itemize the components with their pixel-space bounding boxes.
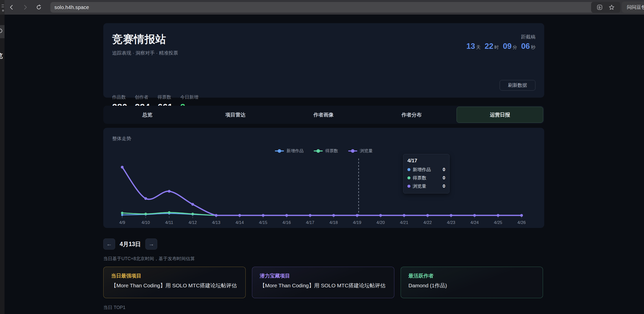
x-axis-label: 4/20 — [376, 220, 385, 225]
data-point-浏览量[interactable] — [262, 214, 265, 217]
tooltip-row: 浏览量 0 — [407, 183, 445, 189]
data-point-得票数[interactable] — [191, 213, 194, 215]
card-text: 【More Than Coding】用 SOLO MTC搭建论坛帖评估 — [260, 282, 385, 289]
data-point-浏览量[interactable] — [403, 214, 405, 217]
countdown-hours-unit: 时 — [494, 44, 499, 50]
countdown-minutes-unit: 分 — [513, 44, 517, 50]
x-axis-label: 4/14 — [236, 220, 244, 225]
tooltip-label: 得票数 — [413, 175, 443, 181]
x-axis-label: 4/10 — [142, 220, 150, 225]
assistant-label: 问问豆包 — [627, 4, 644, 11]
countdown-hours: 22 — [485, 42, 493, 51]
data-point-浏览量[interactable] — [426, 214, 429, 217]
data-point-浏览量[interactable] — [356, 214, 359, 217]
tab-overview[interactable]: 总览 — [104, 107, 190, 123]
stat-label: 创作者 — [135, 94, 150, 100]
assistant-button[interactable]: 问问豆包 — [622, 2, 644, 13]
legend-marker — [314, 149, 323, 153]
x-axis-label: 4/23 — [447, 220, 455, 225]
x-axis-label: 4/15 — [259, 220, 267, 225]
tooltip-value: 0 — [443, 175, 445, 181]
chart-tooltip: 4/17 新增作品 0 得票数 0 浏览量 0 — [403, 154, 449, 193]
x-axis-label: 4/13 — [212, 220, 220, 225]
reading-list-icon[interactable] — [596, 4, 603, 11]
card-tag: 潜力宝藏项目 — [260, 272, 290, 279]
x-axis-label: 4/18 — [330, 220, 338, 225]
legend-marker — [275, 149, 284, 153]
data-point-得票数[interactable] — [121, 212, 123, 214]
browser-back-button[interactable] — [7, 2, 17, 12]
background-window-strip: 览 — [0, 15, 5, 314]
data-point-浏览量[interactable] — [520, 214, 523, 217]
url-text: solo.h4h.space — [54, 5, 89, 10]
data-point-浏览量[interactable] — [450, 214, 453, 217]
tab-author-distribution[interactable]: 作者分布 — [369, 107, 455, 123]
browser-toolbar-group — [591, 2, 620, 13]
page-title: 竞赛情报站 — [112, 32, 166, 46]
series-dot-icon — [407, 176, 410, 179]
day-navigation: ← 4月13日 → — [103, 239, 157, 250]
browser-chrome: solo.h4h.space 问问豆包 — [0, 0, 644, 15]
data-point-得票数[interactable] — [168, 211, 170, 214]
countdown-seconds: 06 — [521, 42, 530, 51]
countdown-seconds-unit: 秒 — [531, 44, 535, 50]
chevron-left-icon — [9, 5, 14, 10]
data-point-得票数[interactable] — [144, 213, 147, 215]
card-most-active-author[interactable]: 最活跃作者 Damond (1作品) — [401, 267, 543, 298]
countdown-days: 13 — [466, 42, 475, 51]
series-dot-icon — [407, 185, 410, 188]
data-point-浏览量[interactable] — [473, 214, 476, 217]
x-axis-label: 4/9 — [119, 220, 125, 225]
header-card: 竞赛情报站 追踪表现 · 洞察对手 · 精准投票 距截稿 13天 22时 09分… — [103, 23, 544, 98]
deadline-label: 距截稿 — [521, 34, 535, 40]
data-point-浏览量[interactable] — [309, 214, 311, 217]
data-point-浏览量[interactable] — [191, 203, 194, 206]
series-dot-icon — [407, 168, 410, 171]
data-point-浏览量[interactable] — [215, 214, 217, 217]
stat-label: 得票数 — [157, 94, 173, 100]
tab-project-radar[interactable]: 项目雷达 — [192, 107, 279, 123]
card-potential-project[interactable]: 潜力宝藏项目 【More Than Coding】用 SOLO MTC搭建论坛帖… — [252, 267, 394, 298]
x-axis-label: 4/16 — [282, 220, 291, 225]
reload-icon — [36, 4, 42, 10]
trend-chart-card: 整体走势 新增作品 得票数 浏览量 4/94/104/114/124/134/1… — [103, 128, 544, 228]
card-strongest-project[interactable]: 当日最强项目 【More Than Coding】用 SOLO MTC搭建论坛帖… — [103, 267, 246, 298]
strip-text-fragment: 览 — [0, 52, 3, 60]
star-icon[interactable] — [608, 4, 615, 11]
tooltip-value: 0 — [443, 184, 445, 189]
data-point-浏览量[interactable] — [168, 190, 171, 193]
data-point-浏览量[interactable] — [285, 214, 288, 217]
tab-author-profile[interactable]: 作者画像 — [280, 107, 367, 123]
card-tag: 最活跃作者 — [408, 272, 434, 279]
data-point-浏览量[interactable] — [332, 214, 335, 217]
prev-day-button[interactable]: ← — [103, 239, 115, 250]
stat-label: 作品数 — [112, 94, 127, 100]
tooltip-label: 新增作品 — [413, 167, 443, 173]
countdown-days-unit: 天 — [476, 44, 481, 50]
countdown-minutes: 09 — [503, 42, 511, 51]
data-point-浏览量[interactable] — [379, 214, 382, 217]
data-point-浏览量[interactable] — [121, 166, 124, 169]
data-point-浏览量[interactable] — [497, 214, 499, 217]
browser-forward-button[interactable] — [20, 2, 30, 12]
x-axis-label: 4/21 — [400, 220, 408, 225]
current-day-label: 4月13日 — [120, 240, 141, 248]
next-day-button[interactable]: → — [145, 239, 157, 250]
browser-reload-button[interactable] — [34, 2, 44, 12]
data-point-浏览量[interactable] — [144, 197, 147, 200]
card-tag: 当日最强项目 — [111, 272, 141, 279]
countdown: 13天 22时 09分 06秒 — [466, 42, 535, 51]
chart-title: 整体走势 — [112, 135, 131, 142]
trend-line-浏览量 — [122, 167, 522, 215]
tab-daily-report[interactable]: 运营日报 — [457, 107, 543, 123]
data-point-浏览量[interactable] — [238, 214, 241, 217]
refresh-data-button[interactable]: 刷新数据 — [500, 80, 535, 91]
legend-marker — [348, 149, 357, 153]
x-axis-label: 4/12 — [188, 220, 197, 225]
trend-line-chart[interactable]: 4/94/104/114/124/134/144/154/164/174/184… — [110, 153, 538, 227]
stat-label: 今日新增 — [180, 94, 198, 100]
chevron-right-icon — [22, 5, 28, 10]
address-bar[interactable]: solo.h4h.space — [50, 2, 610, 13]
tooltip-row: 得票数 0 — [407, 175, 445, 181]
card-text: Damond (1作品) — [408, 282, 447, 289]
